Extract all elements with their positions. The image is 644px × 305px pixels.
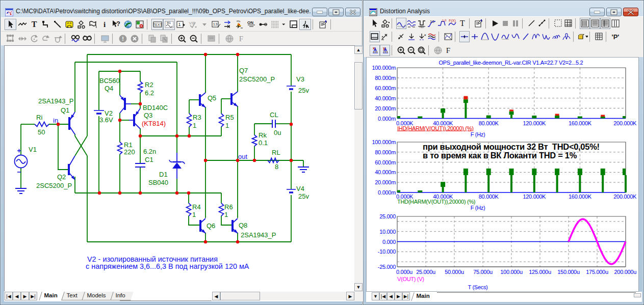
svg-text:0.1: 0.1 [259, 139, 268, 147]
svg-text:80.000K: 80.000K [479, 193, 499, 200]
svg-text:!: ! [122, 36, 124, 42]
svg-text:RL: RL [272, 149, 280, 156]
svg-text:120.000K: 120.000K [523, 120, 546, 126]
svg-text:R5: R5 [225, 114, 234, 121]
svg-text:2SA1943_P: 2SA1943_P [38, 97, 73, 105]
svg-text:R6: R6 [224, 203, 233, 211]
svg-text:Q4: Q4 [105, 85, 113, 92]
svg-text:F (Hz): F (Hz) [471, 131, 485, 137]
svg-text:1: 1 [178, 22, 181, 27]
svg-text:V4: V4 [296, 185, 304, 192]
svg-text:F(X): F(X) [449, 19, 456, 23]
svg-text:1: 1 [224, 211, 228, 218]
svg-text:Ri: Ri [36, 114, 42, 121]
svg-text:100.000u: 100.000u [500, 269, 523, 275]
svg-text:6.2: 6.2 [145, 89, 154, 97]
svg-text:200.000K: 200.000K [613, 193, 637, 200]
svg-text:OPS_parallel_like-deemon_RL-va: OPS_parallel_like-deemon_RL-var.CIR V1.A… [439, 60, 583, 66]
svg-text:50.000u: 50.000u [445, 269, 464, 275]
svg-text:Q3: Q3 [144, 112, 152, 119]
svg-text:с напряжением 3,6...6,3 В под: с напряжением 3,6...6,3 В под нагрузкой … [86, 262, 249, 270]
svg-text:20.000m: 20.000m [375, 179, 396, 185]
svg-text:D1: D1 [159, 171, 168, 178]
svg-text:T: T [460, 19, 465, 27]
svg-text:?: ? [116, 20, 120, 27]
svg-text:T (Secs): T (Secs) [468, 284, 488, 290]
svg-text:40.000m: 40.000m [375, 169, 396, 175]
svg-text:R2: R2 [145, 81, 153, 89]
svg-text:V1: V1 [29, 146, 37, 153]
svg-text:13: 13 [213, 22, 217, 26]
svg-text:1.0: 1.0 [442, 19, 447, 22]
svg-text:#: # [424, 34, 426, 37]
svg-text:SB040: SB040 [148, 179, 168, 186]
svg-text:160.000K: 160.000K [569, 193, 592, 200]
svg-text:25v: 25v [298, 87, 309, 94]
svg-text:-25.000: -25.000 [378, 264, 396, 270]
svg-text:60.000m: 60.000m [375, 159, 396, 165]
svg-text:F: F [446, 46, 450, 54]
svg-text:(KT814): (KT814) [142, 120, 166, 127]
svg-text:-10.000: -10.000 [378, 248, 396, 255]
svg-text:2SC5200_P: 2SC5200_P [239, 75, 275, 83]
svg-text:25.000: 25.000 [379, 213, 396, 219]
svg-text:R3: R3 [193, 114, 201, 121]
svg-text:150.000u: 150.000u [557, 269, 580, 275]
svg-text:THD(HARM(V(OUT)),20000) (%): THD(HARM(V(OUT)),20000) (%) [397, 199, 475, 205]
svg-text:8: 8 [275, 163, 278, 171]
svg-text:1: 1 [192, 211, 196, 218]
svg-text:3.6V: 3.6V [99, 116, 113, 124]
svg-text:2SA1943_P: 2SA1943_P [241, 231, 276, 239]
svg-text:in: in [53, 117, 58, 124]
svg-text:'P': 'P' [612, 33, 620, 41]
svg-text:60.000m: 60.000m [375, 85, 396, 91]
svg-text:V3: V3 [296, 75, 304, 83]
svg-text:120.000K: 120.000K [523, 193, 546, 200]
svg-text:20.000m: 20.000m [375, 105, 396, 112]
svg-text:C1: C1 [145, 156, 153, 163]
svg-text:100.000m: 100.000m [372, 65, 396, 71]
svg-text:80.000m: 80.000m [375, 149, 396, 155]
svg-text:10.000: 10.000 [379, 229, 396, 235]
svg-text:Rk: Rk [259, 131, 267, 139]
svg-text:200.000u: 200.000u [614, 269, 637, 275]
svg-text:F: F [239, 35, 243, 43]
svg-text:Q8: Q8 [239, 221, 247, 229]
svg-text:в то время как в ВК Локанти TH: в то время как в ВК Локанти THD = 1% [423, 151, 577, 160]
svg-text:Q7: Q7 [239, 67, 248, 74]
svg-text:0.000u: 0.000u [396, 269, 413, 275]
svg-text:BD140C: BD140C [143, 104, 168, 112]
svg-text:ON: ON [247, 20, 253, 25]
svg-text:1: 1 [193, 122, 196, 129]
svg-text:80.000m: 80.000m [375, 75, 396, 81]
svg-text:200.000K: 200.000K [613, 120, 637, 126]
svg-text:6.2n: 6.2n [143, 148, 156, 155]
svg-text:Q1: Q1 [61, 106, 69, 114]
svg-text:25.000u: 25.000u [416, 269, 435, 275]
svg-text:HDI: HDI [420, 25, 424, 28]
svg-text:80.000K: 80.000K [479, 120, 499, 126]
svg-text:out: out [238, 153, 247, 160]
svg-text:2SC5200_P: 2SC5200_P [36, 182, 72, 189]
svg-text:125.000u: 125.000u [529, 269, 551, 275]
svg-text:1: 1 [225, 122, 229, 129]
svg-text:75.000u: 75.000u [473, 269, 493, 275]
svg-text:175.000u: 175.000u [586, 269, 608, 275]
svg-text:R1: R1 [167, 21, 171, 24]
svg-text:25v: 25v [298, 192, 309, 200]
svg-text:V(OUT) (V): V(OUT) (V) [397, 276, 424, 282]
svg-text:100.000m: 100.000m [372, 139, 396, 145]
svg-text:160.000K: 160.000K [569, 120, 592, 126]
svg-text:BC560: BC560 [99, 77, 120, 85]
svg-text:Q6: Q6 [207, 222, 215, 230]
svg-text:F (Hz): F (Hz) [471, 205, 485, 211]
svg-text:220: 220 [124, 148, 135, 156]
svg-text:CL: CL [270, 111, 278, 119]
svg-text:0u: 0u [274, 129, 281, 136]
svg-text:0.000: 0.000 [382, 239, 396, 245]
svg-text:Q5: Q5 [208, 94, 216, 102]
svg-text:T: T [31, 20, 37, 29]
svg-text:0.000m: 0.000m [378, 116, 396, 122]
svg-text:при выходной мощности 32 Вт T: при выходной мощности 32 Вт THD<0,05%! [423, 142, 600, 151]
svg-text:R4: R4 [192, 203, 201, 211]
